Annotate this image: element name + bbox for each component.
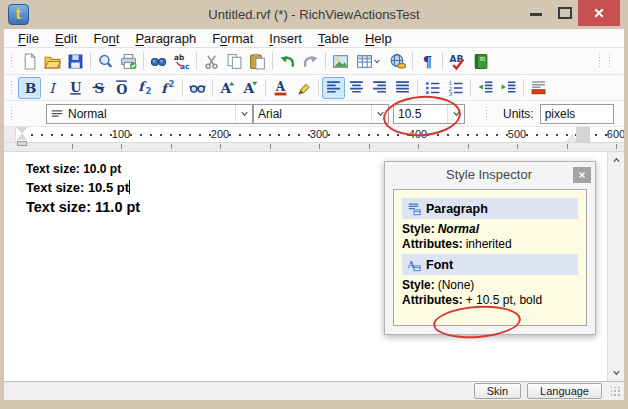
show-formatting-button[interactable] [416, 50, 439, 72]
ruler-tick [288, 134, 290, 136]
bold-button[interactable] [18, 77, 41, 99]
menu-item-file[interactable]: File [10, 30, 47, 47]
document-text-line[interactable]: Text size: 10.5 pt [26, 178, 140, 197]
print-preview-button[interactable] [94, 50, 117, 72]
italic-button[interactable] [41, 77, 64, 99]
left-indent-box[interactable] [17, 141, 27, 146]
ruler-tick [486, 134, 488, 136]
font-combobox-value: Arial [254, 107, 371, 121]
close-button[interactable] [578, 0, 620, 26]
numbered-list-button[interactable] [444, 77, 467, 99]
toolbar-grip[interactable] [598, 53, 602, 69]
text-highlight-button[interactable] [292, 77, 315, 99]
toolbar-grip[interactable] [608, 53, 612, 69]
hanging-indent-marker[interactable] [17, 134, 27, 140]
skin-button[interactable]: Skin [474, 383, 521, 399]
insert-image-button[interactable] [329, 50, 352, 72]
toolbar-grip[interactable] [485, 106, 489, 122]
toolbar-separator [212, 79, 213, 97]
language-button[interactable]: Language [527, 383, 602, 399]
ruler-half-tick [171, 144, 172, 149]
scroll-down-button[interactable] [608, 364, 625, 381]
toolbar-separator [470, 79, 471, 97]
ruler: 100200300400500600 [4, 127, 624, 152]
thesaurus-button[interactable] [469, 50, 492, 72]
style-combobox[interactable]: Normal [46, 104, 253, 124]
grow-font-button[interactable] [216, 77, 239, 99]
font-combobox-arrow[interactable] [371, 105, 388, 123]
style-inspector-titlebar[interactable]: Style Inspector [385, 162, 595, 187]
units-combobox-value: pixels [541, 107, 613, 121]
decrease-indent-button[interactable] [474, 77, 497, 99]
find-button[interactable] [147, 50, 170, 72]
toolbar-grip[interactable] [10, 53, 14, 69]
resize-grip[interactable] [611, 387, 621, 397]
style-combobox-arrow[interactable] [235, 105, 252, 123]
title-bar: t Untitled.rvf (*) - RichViewActionsTest [0, 0, 628, 29]
ruler-tick [160, 134, 162, 136]
minimize-button[interactable] [530, 13, 542, 16]
align-right-button[interactable] [368, 77, 391, 99]
toolbar-grip[interactable] [10, 80, 14, 96]
ruler-label: 200 [206, 128, 234, 140]
paste-button[interactable] [246, 50, 269, 72]
document-text-line[interactable]: Text size: 11.0 pt [26, 197, 140, 218]
menu-item-table[interactable]: Table [310, 30, 357, 47]
bullet-list-button[interactable] [421, 77, 444, 99]
align-justify-button[interactable] [391, 77, 414, 99]
font-color-button[interactable] [269, 77, 292, 99]
print-preview-icon [97, 53, 114, 70]
hidden-text-button[interactable] [186, 77, 209, 99]
redo-button[interactable] [299, 50, 322, 72]
vertical-scrollbar[interactable] [607, 152, 624, 381]
font-combobox[interactable]: Arial [253, 104, 389, 124]
replace-button[interactable] [170, 50, 193, 72]
menu-item-insert[interactable]: Insert [261, 30, 310, 47]
print-button[interactable] [117, 50, 140, 72]
style-inspector-close-button[interactable] [573, 167, 591, 183]
increase-indent-icon [500, 79, 517, 96]
open-button[interactable] [41, 50, 64, 72]
menu-item-font[interactable]: Font [85, 30, 127, 47]
underline-button[interactable] [64, 77, 87, 99]
toolbar-separator [325, 52, 326, 70]
spell-check-button[interactable] [446, 50, 469, 72]
document-text-line[interactable]: Text size: 10.0 pt [26, 160, 140, 178]
left-indent-marker[interactable] [17, 127, 27, 147]
toolbar-grip[interactable] [10, 106, 14, 122]
right-indent-marker[interactable] [566, 127, 590, 143]
ruler-half-tick [468, 144, 469, 149]
style-inspector-body: ParagraphStyle:NormalAttributes:inherite… [393, 189, 587, 326]
first-line-indent-marker[interactable] [17, 127, 27, 133]
overline-button[interactable] [110, 77, 133, 99]
chevron-up-icon [611, 155, 622, 166]
menu-item-edit[interactable]: Edit [47, 30, 85, 47]
app-window: t Untitled.rvf (*) - RichViewActionsTest… [0, 0, 628, 409]
units-combobox[interactable]: pixels [540, 104, 614, 124]
ruler-label: 100 [107, 128, 135, 140]
paragraph-color-button[interactable] [527, 77, 550, 99]
scroll-up-button[interactable] [608, 152, 625, 169]
superscript-button[interactable] [156, 77, 179, 99]
hyperlink-button[interactable] [386, 50, 409, 72]
save-button[interactable] [64, 50, 87, 72]
menu-item-paragraph[interactable]: Paragraph [127, 30, 204, 47]
subscript-button[interactable] [133, 77, 156, 99]
insert-table-button[interactable] [352, 50, 386, 72]
maximize-button[interactable] [558, 7, 572, 19]
new-document-button[interactable] [18, 50, 41, 72]
text-highlight-icon [295, 79, 312, 96]
cut-button[interactable] [200, 50, 223, 72]
menu-item-format[interactable]: Format [204, 30, 261, 47]
increase-indent-button[interactable] [497, 77, 520, 99]
shrink-font-button[interactable] [239, 77, 262, 99]
menu-item-help[interactable]: Help [357, 30, 400, 47]
undo-button[interactable] [276, 50, 299, 72]
font-size-combobox[interactable]: 10.5 [393, 104, 465, 124]
font-size-combobox-arrow[interactable] [447, 105, 464, 123]
copy-button[interactable] [223, 50, 246, 72]
strikethrough-button[interactable] [87, 77, 110, 99]
align-left-button[interactable] [322, 77, 345, 99]
style-inspector-title: Style Inspector [385, 167, 573, 182]
align-center-button[interactable] [345, 77, 368, 99]
